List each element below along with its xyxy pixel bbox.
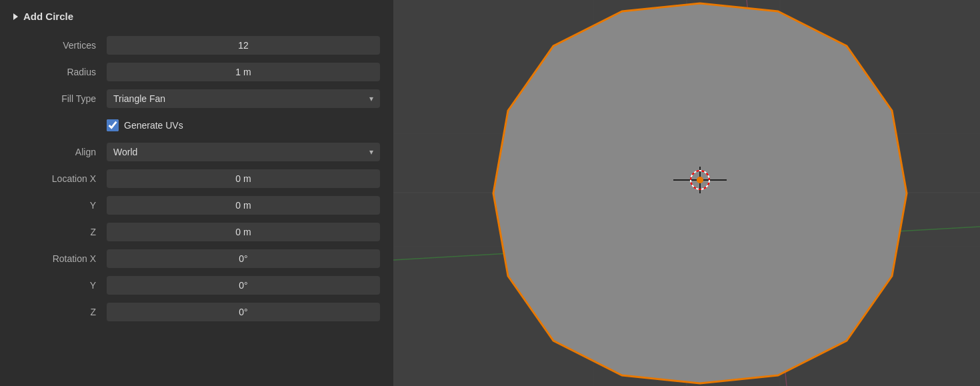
radius-label: Radius bbox=[13, 67, 107, 77]
vertices-row: Vertices bbox=[13, 34, 380, 57]
radius-row: Radius bbox=[13, 61, 380, 83]
location-x-row: Location X bbox=[13, 167, 380, 190]
location-z-input[interactable] bbox=[107, 223, 380, 241]
rotation-x-label: Rotation X bbox=[13, 253, 107, 264]
viewport[interactable] bbox=[393, 0, 980, 386]
location-x-label: Location X bbox=[13, 173, 107, 184]
generate-uvs-label: Generate UVs bbox=[124, 120, 183, 131]
align-row: Align World View 3D Cursor ▾ bbox=[13, 141, 380, 163]
location-z-row: Z bbox=[13, 221, 380, 243]
location-y-row: Y bbox=[13, 194, 380, 217]
radius-input[interactable] bbox=[107, 63, 380, 81]
generate-uvs-row: Generate UVs bbox=[13, 114, 380, 137]
align-select-wrapper: World View 3D Cursor ▾ bbox=[107, 143, 380, 161]
svg-point-23 bbox=[697, 177, 703, 183]
rotation-y-label: Y bbox=[13, 280, 107, 291]
rotation-x-input[interactable] bbox=[107, 249, 380, 268]
vertices-label: Vertices bbox=[13, 40, 107, 51]
location-y-input[interactable] bbox=[107, 196, 380, 215]
rotation-x-row: Rotation X bbox=[13, 247, 380, 270]
panel-title: Add Circle bbox=[13, 11, 380, 22]
generate-uvs-wrapper: Generate UVs bbox=[107, 119, 183, 131]
location-x-input[interactable] bbox=[107, 169, 380, 188]
fill-type-select[interactable]: Nothing NGon Triangle Fan bbox=[107, 89, 380, 108]
rotation-y-input[interactable] bbox=[107, 276, 380, 295]
panel-title-text: Add Circle bbox=[23, 11, 73, 22]
rotation-z-input[interactable] bbox=[107, 303, 380, 321]
rotation-z-label: Z bbox=[13, 307, 107, 317]
align-select[interactable]: World View 3D Cursor bbox=[107, 143, 380, 161]
location-z-label: Z bbox=[13, 227, 107, 237]
fill-type-row: Fill Type Nothing NGon Triangle Fan ▾ bbox=[13, 87, 380, 110]
viewport-canvas bbox=[393, 0, 980, 386]
generate-uvs-checkbox[interactable] bbox=[107, 119, 119, 131]
vertices-input[interactable] bbox=[107, 36, 380, 55]
add-circle-panel: Add Circle Vertices Radius Fill Type Not… bbox=[0, 0, 393, 386]
rotation-y-row: Y bbox=[13, 274, 380, 297]
location-y-label: Y bbox=[13, 200, 107, 211]
fill-type-select-wrapper: Nothing NGon Triangle Fan ▾ bbox=[107, 89, 380, 108]
align-label: Align bbox=[13, 147, 107, 157]
rotation-z-row: Z bbox=[13, 301, 380, 323]
fill-type-label: Fill Type bbox=[13, 93, 107, 104]
collapse-icon[interactable] bbox=[13, 13, 18, 20]
